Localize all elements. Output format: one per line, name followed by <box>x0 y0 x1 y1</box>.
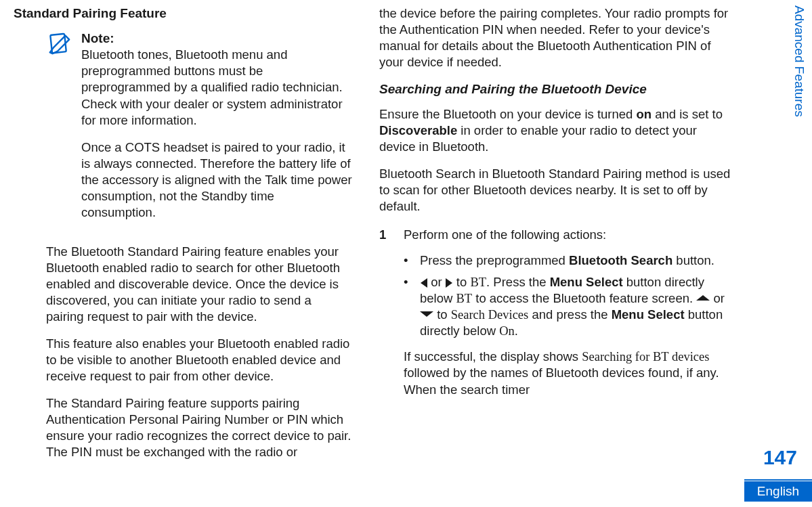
step-text: Perform one of the following actions: <box>404 227 731 243</box>
note-content: Note: Bluetooth tones, Bluetooth menu an… <box>81 30 352 232</box>
text-fragment: button. <box>672 253 714 267</box>
bold-text: on <box>637 107 652 121</box>
bullet-item: • Press the preprogrammed Bluetooth Sear… <box>404 252 731 269</box>
text-fragment: to access the Bluetooth feature screen. <box>472 291 696 305</box>
ui-label: BT <box>456 292 472 305</box>
bullet-content: Press the preprogrammed Bluetooth Search… <box>420 252 731 269</box>
left-arrow-icon <box>420 278 427 288</box>
note-icon <box>46 32 72 58</box>
note-paragraph-1: Bluetooth tones, Bluetooth menu and prep… <box>81 47 343 127</box>
body-paragraph: The Bluetooth Standard Pairing feature e… <box>46 244 352 325</box>
up-arrow-icon <box>696 295 710 301</box>
body-paragraph: the device before the pairing completes.… <box>379 5 731 70</box>
body-paragraph: The Standard Pairing feature supports pa… <box>46 395 352 460</box>
bold-text: Menu Select <box>550 275 623 289</box>
text-fragment: followed by the names of Bluetooth devic… <box>404 366 719 396</box>
left-column: Standard Pairing Feature Note: Bluetooth… <box>14 5 379 502</box>
text-fragment: or <box>710 291 725 305</box>
text-fragment: . Press the <box>486 275 550 289</box>
note-heading: Note: <box>81 31 114 45</box>
text-fragment: to <box>433 307 451 322</box>
right-arrow-icon <box>446 278 453 288</box>
bullet-marker: • <box>404 274 420 339</box>
bold-text: Menu Select <box>612 307 685 322</box>
text-fragment: . <box>515 324 518 338</box>
section-title: Standard Pairing Feature <box>14 5 352 22</box>
ui-label: Searching for BT devices <box>582 350 709 363</box>
subheading: Searching and Pairing the Bluetooth Devi… <box>379 81 731 98</box>
body-paragraph: This feature also enables your Bluetooth… <box>46 336 352 384</box>
page-number: 147 <box>763 446 797 469</box>
bullet-list: • Press the preprogrammed Bluetooth Sear… <box>404 252 731 339</box>
step-1: 1 Perform one of the following actions: <box>379 227 731 243</box>
ui-label: BT <box>470 275 486 289</box>
bullet-marker: • <box>404 252 420 269</box>
side-tab-label: Advanced Features <box>792 0 807 117</box>
body-paragraph: Bluetooth Search in Bluetooth Standard P… <box>379 166 731 215</box>
bullet-content: or to BT. Press the Menu Select button d… <box>420 274 731 339</box>
ui-label: Search Devices <box>451 308 529 322</box>
text-fragment: to <box>453 275 471 289</box>
bold-text: Discoverable <box>379 123 457 137</box>
step-number: 1 <box>379 227 404 243</box>
body-paragraph: Ensure the Bluetooth on your device is t… <box>379 106 731 155</box>
note-block: Note: Bluetooth tones, Bluetooth menu an… <box>46 30 352 232</box>
down-arrow-icon <box>420 311 433 317</box>
side-tab: Advanced Features <box>789 0 809 191</box>
bullet-item: • or to BT. Press the Menu Select button… <box>404 274 731 339</box>
language-badge: English <box>744 481 812 502</box>
text-fragment: If successful, the display shows <box>404 349 582 363</box>
note-paragraph-2: Once a COTS headset is paired to your ra… <box>81 139 352 221</box>
language-label: English <box>757 484 799 499</box>
text-fragment: or <box>427 275 446 289</box>
text-fragment: and is set to <box>651 107 723 121</box>
text-fragment: Press the preprogrammed <box>420 253 569 267</box>
right-column: the device before the pairing completes.… <box>379 5 758 502</box>
text-fragment: Ensure the Bluetooth on your device is t… <box>379 107 637 121</box>
text-fragment: and press the <box>528 307 611 322</box>
bold-text: Bluetooth Search <box>569 253 672 267</box>
result-paragraph: If successful, the display shows Searchi… <box>404 349 731 397</box>
ui-label: On <box>499 324 515 338</box>
